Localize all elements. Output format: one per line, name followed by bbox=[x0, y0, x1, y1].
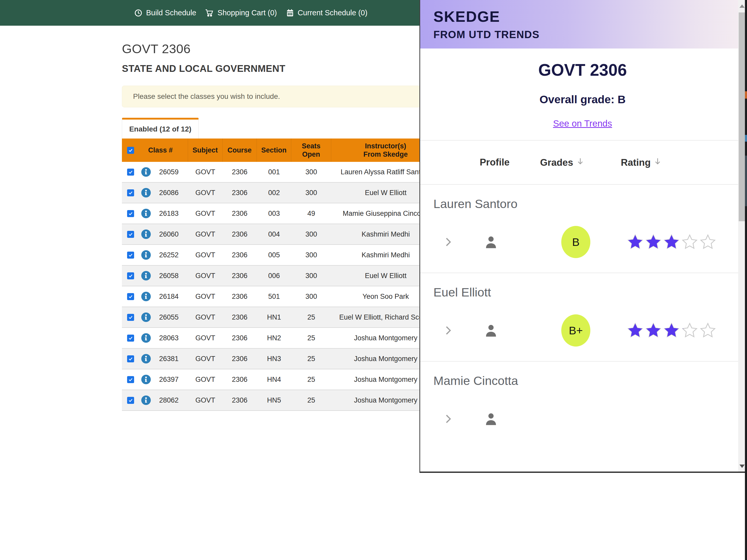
scrollbar-thumb[interactable] bbox=[739, 12, 745, 221]
section-cell: 003 bbox=[257, 203, 291, 224]
star-icon bbox=[700, 323, 716, 338]
info-icon[interactable] bbox=[141, 208, 151, 219]
row-checkbox[interactable] bbox=[127, 376, 134, 383]
subject-cell: GOVT bbox=[188, 265, 223, 286]
professor-row: B bbox=[433, 226, 745, 258]
subject-cell: GOVT bbox=[188, 328, 223, 348]
course-cell: 2306 bbox=[223, 265, 257, 286]
star-icon bbox=[627, 234, 643, 250]
professor-name: Mamie Cincotta bbox=[433, 374, 745, 388]
skedge-panel-header: SKEDGE FROM UTD TRENDS bbox=[420, 0, 745, 49]
sort-down-icon bbox=[653, 157, 662, 168]
class-number: 26055 bbox=[151, 313, 186, 322]
table-row: 26397GOVT2306HN425Joshua Montgomery bbox=[122, 370, 441, 390]
row-checkbox[interactable] bbox=[127, 314, 134, 321]
person-icon[interactable] bbox=[483, 323, 499, 338]
course-cell: 2306 bbox=[223, 224, 257, 244]
table-row: 26086GOVT2306002300Euel W Elliott bbox=[122, 183, 441, 203]
header-class: Class # bbox=[134, 146, 187, 154]
row-checkbox[interactable] bbox=[127, 210, 134, 217]
column-profile: Profile bbox=[480, 157, 509, 168]
info-icon[interactable] bbox=[141, 354, 151, 364]
seats-cell: 49 bbox=[291, 203, 331, 224]
row-checkbox[interactable] bbox=[127, 335, 134, 341]
grade-badge: B+ bbox=[561, 314, 590, 347]
window-edge-strip bbox=[745, 0, 747, 560]
row-checkbox[interactable] bbox=[127, 252, 134, 259]
seats-cell: 25 bbox=[291, 328, 331, 348]
header-section: Section bbox=[257, 138, 291, 162]
person-icon[interactable] bbox=[483, 234, 499, 250]
row-main-cell: 26397 bbox=[122, 370, 188, 389]
sort-down-icon bbox=[576, 157, 585, 168]
rating-stars bbox=[627, 234, 716, 250]
skedge-panel: SKEDGE FROM UTD TRENDS GOVT 2306 Overall… bbox=[419, 0, 745, 473]
table-row: 28062GOVT2306HN525Joshua Montgomery bbox=[122, 390, 441, 411]
info-icon[interactable] bbox=[141, 333, 151, 343]
chevron-right-icon[interactable] bbox=[442, 236, 454, 248]
info-icon[interactable] bbox=[141, 395, 151, 405]
select-all-checkbox[interactable] bbox=[127, 147, 134, 154]
info-icon[interactable] bbox=[141, 271, 151, 281]
class-number: 26060 bbox=[151, 230, 186, 239]
row-checkbox[interactable] bbox=[127, 189, 134, 196]
info-icon[interactable] bbox=[141, 250, 151, 260]
row-checkbox[interactable] bbox=[127, 355, 134, 362]
section-cell: HN2 bbox=[257, 328, 291, 348]
table-row: 28063GOVT2306HN225Joshua Montgomery bbox=[122, 328, 441, 349]
row-main-cell: 28062 bbox=[122, 390, 188, 410]
info-icon[interactable] bbox=[141, 187, 151, 198]
nav-label: Current Schedule (0) bbox=[298, 8, 367, 17]
table-row: 26183GOVT230600349Mamie Giuseppina Cinco… bbox=[122, 203, 441, 224]
panel-scrollbar[interactable] bbox=[738, 0, 746, 472]
class-number: 28063 bbox=[151, 334, 186, 342]
row-checkbox[interactable] bbox=[127, 397, 134, 404]
info-icon[interactable] bbox=[141, 374, 151, 385]
row-checkbox[interactable] bbox=[127, 169, 134, 176]
nav-label: Shopping Cart (0) bbox=[217, 8, 277, 17]
info-icon[interactable] bbox=[141, 291, 151, 302]
see-on-trends-link[interactable]: See on Trends bbox=[553, 118, 612, 128]
info-icon[interactable] bbox=[141, 229, 151, 239]
class-table: Class # Subject Course Section Seats Ope… bbox=[122, 138, 441, 411]
section-cell: 501 bbox=[257, 286, 291, 307]
table-row: 26055GOVT2306HN125Euel W Elliott, Richar… bbox=[122, 307, 441, 328]
table-row: 26059GOVT2306001300Lauren Alyssa Ratliff… bbox=[122, 162, 441, 183]
row-main-cell: 28063 bbox=[122, 328, 188, 348]
subject-cell: GOVT bbox=[188, 224, 223, 244]
class-number: 26397 bbox=[151, 375, 186, 384]
course-cell: 2306 bbox=[223, 203, 257, 224]
row-checkbox[interactable] bbox=[127, 293, 134, 300]
chevron-right-icon[interactable] bbox=[442, 413, 454, 425]
scroll-down-arrow[interactable] bbox=[740, 464, 745, 468]
seats-cell: 300 bbox=[291, 162, 331, 182]
column-rating-sort[interactable]: Rating bbox=[621, 157, 662, 168]
tab-enabled[interactable]: Enabled (12 of 12) bbox=[122, 118, 199, 138]
info-icon[interactable] bbox=[141, 167, 151, 177]
course-cell: 2306 bbox=[223, 307, 257, 327]
header-subject: Subject bbox=[188, 138, 223, 162]
class-number: 26058 bbox=[151, 271, 186, 280]
column-grades-sort[interactable]: Grades bbox=[540, 157, 585, 168]
nav-build-schedule[interactable]: Build Schedule bbox=[134, 0, 196, 26]
row-main-cell: 26058 bbox=[122, 265, 188, 286]
subject-cell: GOVT bbox=[188, 390, 223, 410]
nav-label: Build Schedule bbox=[146, 8, 196, 17]
section-cell: HN3 bbox=[257, 349, 291, 369]
professor-name: Lauren Santoro bbox=[433, 197, 745, 211]
chevron-right-icon[interactable] bbox=[442, 325, 454, 336]
seats-cell: 300 bbox=[291, 245, 331, 265]
row-checkbox[interactable] bbox=[127, 272, 134, 279]
scroll-up-arrow[interactable] bbox=[740, 4, 745, 8]
nav-current-schedule[interactable]: Current Schedule (0) bbox=[286, 0, 367, 26]
star-icon bbox=[664, 323, 679, 338]
table-row: 26058GOVT2306006300Euel W Elliott bbox=[122, 265, 441, 286]
clock-icon bbox=[134, 9, 143, 17]
person-icon[interactable] bbox=[483, 411, 499, 427]
row-checkbox[interactable] bbox=[127, 231, 134, 238]
panel-course-code: GOVT 2306 bbox=[420, 60, 745, 80]
info-icon[interactable] bbox=[141, 312, 151, 323]
class-number: 26184 bbox=[151, 292, 186, 301]
nav-shopping-cart[interactable]: Shopping Cart (0) bbox=[205, 0, 277, 26]
seats-cell: 300 bbox=[291, 265, 331, 286]
